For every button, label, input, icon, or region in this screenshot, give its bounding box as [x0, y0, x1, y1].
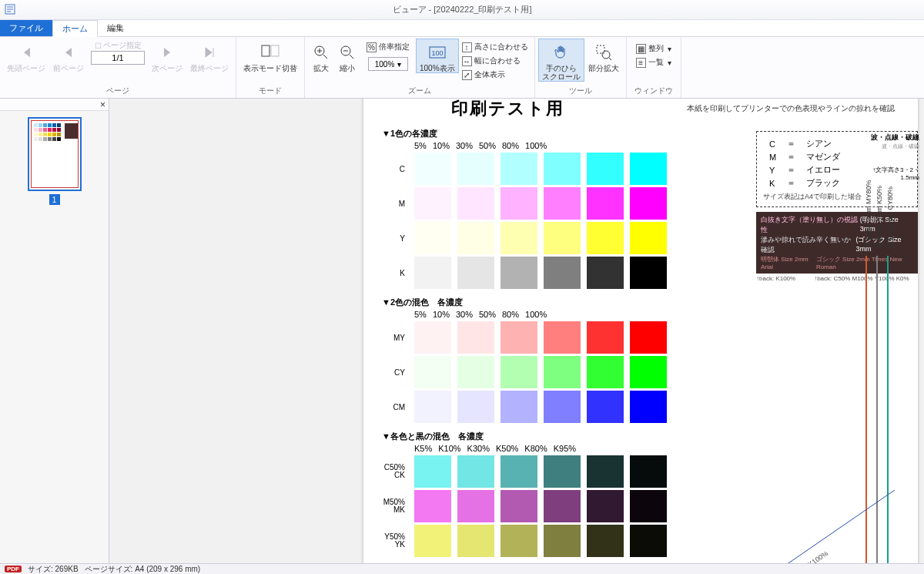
- swatch: [544, 356, 581, 388]
- window-list-option[interactable]: ≡一覧▾: [633, 55, 675, 69]
- zoom-out-icon: [340, 42, 355, 62]
- fit-width-option[interactable]: ↔幅に合わせる: [459, 54, 531, 68]
- tab-home[interactable]: ホーム: [52, 20, 98, 37]
- first-page-button[interactable]: 先頭ページ: [3, 39, 49, 73]
- swatch: [587, 257, 624, 289]
- swatch: [457, 391, 494, 423]
- last-page-button[interactable]: 最終ページ: [186, 39, 233, 73]
- swatch: [414, 490, 451, 522]
- swatch: [414, 321, 451, 354]
- swatch: [544, 391, 581, 423]
- swatch: [457, 455, 494, 488]
- swatch: [587, 356, 624, 388]
- fit-height-option[interactable]: ↕高さに合わせる: [459, 40, 531, 54]
- status-page-size: ページサイズ: A4 (209 x 296 mm): [85, 564, 201, 575]
- doc-subtitle: 本紙を印刷してプリンターでの色表現やラインの掠れを確認: [687, 103, 895, 114]
- zoom-out-button[interactable]: 縮小: [334, 39, 360, 73]
- swatch: [457, 187, 494, 220]
- ratio-icon: %: [367, 42, 377, 52]
- zoom-in-icon: [313, 42, 329, 62]
- hand-icon: [553, 42, 570, 62]
- zoom-ratio-option[interactable]: %倍率指定: [363, 40, 413, 54]
- swatch: [457, 490, 494, 522]
- tab-strip: ファイル ホーム 編集: [0, 20, 924, 37]
- swatch: [587, 187, 624, 220]
- page-spec: ☐ページ指定: [88, 39, 148, 66]
- swatch: [457, 356, 494, 388]
- display-mode-icon: [260, 42, 280, 62]
- swatch: [500, 391, 537, 423]
- status-size: サイズ: 269KB: [28, 564, 79, 575]
- diagonal-line: K100%: [772, 490, 895, 563]
- swatch: [414, 257, 451, 289]
- hand-scroll-button[interactable]: 手のひら スクロール: [538, 39, 584, 82]
- window-title: ビューア - [20240222_印刷テスト用]: [393, 4, 532, 15]
- swatch: [544, 257, 581, 289]
- swatch: [630, 257, 667, 289]
- swatch: [544, 153, 581, 185]
- swatch: [630, 153, 667, 185]
- swatch: [587, 321, 624, 354]
- swatch: [587, 222, 624, 254]
- swatch: [544, 525, 581, 557]
- svg-text:K100%: K100%: [807, 549, 830, 563]
- thumbnail-1[interactable]: 1: [28, 117, 82, 205]
- swatch: [500, 257, 537, 289]
- display-mode-button[interactable]: 表示モード切替: [239, 39, 301, 73]
- title-bar: ビューア - [20240222_印刷テスト用]: [0, 0, 924, 20]
- thumbnail-pane: × 1: [0, 99, 109, 563]
- svg-line-9: [772, 490, 895, 563]
- swatch: [630, 525, 667, 557]
- tab-file[interactable]: ファイル: [0, 20, 52, 36]
- swatch: [500, 455, 537, 488]
- document-viewport[interactable]: 印刷テスト用 本紙を印刷してプリンターでの色表現やラインの掠れを確認 C＝シアン…: [109, 99, 924, 563]
- next-page-button[interactable]: 次ページ: [148, 39, 186, 73]
- swatch: [500, 490, 537, 522]
- arrange-icon: ▦: [636, 44, 646, 54]
- swatch: [587, 490, 624, 522]
- ribbon-group-mode: 表示モード切替 モード: [236, 37, 305, 98]
- swatch: [500, 356, 537, 388]
- swatch: [500, 525, 537, 557]
- fit-all-option[interactable]: ⤢全体表示: [459, 68, 531, 82]
- svg-text:100: 100: [431, 49, 443, 57]
- partial-zoom-button[interactable]: 部分拡大: [584, 39, 623, 73]
- swatch: [500, 153, 537, 185]
- prev-page-button[interactable]: 前ページ: [49, 39, 88, 73]
- pdf-badge: PDF: [5, 566, 22, 572]
- swatch: [544, 455, 581, 488]
- prev-page-icon: [62, 42, 75, 62]
- tab-edit[interactable]: 編集: [98, 20, 133, 36]
- swatch-row: C50% CK: [382, 455, 910, 488]
- section-3-header: ▼各色と黒の混色 各濃度: [382, 431, 910, 442]
- window-arrange-option[interactable]: ▦整列▾: [633, 42, 675, 55]
- swatch: [457, 525, 494, 557]
- swatch-row: CY: [382, 356, 910, 388]
- swatch-row: MY: [382, 321, 910, 354]
- swatch: [414, 153, 451, 185]
- zoom-100-button[interactable]: 100 100%表示: [416, 39, 459, 73]
- app-icon: [5, 4, 15, 15]
- ribbon-group-zoom: 拡大 縮小 %倍率指定 100%▾ 100 100%表示 ↕高さに合わせる ↔幅…: [305, 37, 535, 98]
- page-spec-input[interactable]: [91, 51, 145, 65]
- swatch: [544, 490, 581, 522]
- thumbnail-pane-close[interactable]: ×: [0, 99, 109, 111]
- main-area: × 1 印刷テスト用 本紙を印刷してプリンターでの色表現やラインの掠れを確認: [0, 99, 924, 563]
- swatch: [630, 455, 667, 488]
- legend-table: C＝シアン M＝マゼンダ Y＝イエロー K＝ブラック: [763, 136, 846, 190]
- swatch-row: CM: [382, 391, 910, 423]
- swatch: [457, 222, 494, 254]
- swatch: [630, 490, 667, 522]
- swatch: [414, 356, 451, 388]
- zoom-100-icon: 100: [428, 42, 447, 62]
- zoom-in-button[interactable]: 拡大: [308, 39, 334, 73]
- zoom-combo[interactable]: 100%▾: [368, 57, 408, 71]
- thumbnail-number: 1: [49, 194, 60, 205]
- ribbon: 先頭ページ 前ページ ☐ページ指定 次ページ 最終ページ ページ: [0, 37, 924, 99]
- swatch: [414, 455, 451, 488]
- svg-rect-1: [262, 45, 270, 56]
- swatch: [457, 321, 494, 354]
- swatch: [414, 391, 451, 423]
- swatch: [457, 153, 494, 185]
- swatch: [630, 391, 667, 423]
